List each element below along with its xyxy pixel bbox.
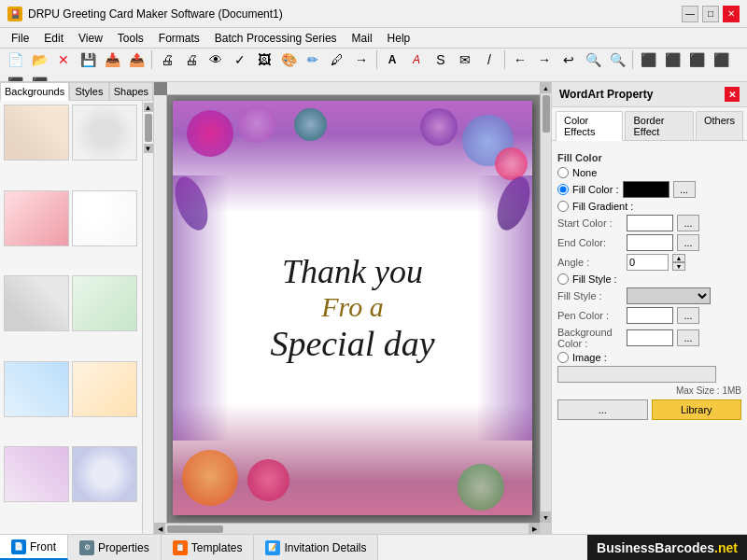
menu-view[interactable]: View [71,30,110,47]
bg-color-swatch[interactable] [627,329,673,346]
tb-extra1[interactable]: ⬛ [637,49,659,71]
scroll-up-arrow[interactable]: ▲ [144,103,153,112]
tb-extra5[interactable]: ⬛ [4,73,26,82]
tb-check[interactable]: ✓ [229,49,251,71]
tb-wordart[interactable]: A [405,49,428,71]
tb-color[interactable]: 🎨 [277,49,300,71]
list-item[interactable] [4,275,69,331]
start-color-browse-button[interactable]: ... [677,215,699,231]
menu-formats[interactable]: Formats [151,30,207,47]
none-radio[interactable] [557,167,569,178]
tb-image[interactable]: 🖼 [253,49,275,71]
fill-style-select[interactable] [627,287,711,304]
tb-back[interactable]: ← [509,49,531,71]
tb-open[interactable]: 📂 [28,49,50,71]
menu-tools[interactable]: Tools [110,30,151,47]
list-item[interactable] [4,190,69,246]
list-item[interactable] [72,190,137,246]
tab-front[interactable]: 📄 Front [0,535,68,560]
tb-zoom-in[interactable]: 🔍 [582,49,604,71]
left-scrollbar[interactable]: ▲ ▼ [142,101,153,534]
tab-invitation-details[interactable]: 📝 Invitation Details [254,535,378,560]
tb-new[interactable]: 📄 [4,49,26,71]
scroll-down-arrow[interactable]: ▼ [144,144,153,153]
maximize-button[interactable]: □ [702,6,719,22]
vscroll-up[interactable]: ▲ [541,82,552,93]
tb-extra3[interactable]: ⬛ [685,49,708,71]
image-radio[interactable] [557,352,569,363]
tb-forward[interactable]: → [533,49,556,71]
fill-gradient-radio[interactable] [557,201,569,212]
tb-zoom-out[interactable]: 🔍 [606,49,628,71]
hscroll-thumb[interactable] [167,525,223,533]
list-item[interactable] [72,446,137,502]
pen-color-browse-button[interactable]: ... [677,307,699,324]
close-button[interactable]: ✕ [723,6,740,22]
tb-print[interactable]: 🖨 [156,49,178,71]
tb-print2[interactable]: 🖨 [180,49,203,71]
menu-mail[interactable]: Mail [345,30,380,47]
tb-save3[interactable]: 📤 [125,49,148,71]
tb-arrow[interactable]: → [350,49,373,71]
angle-spinner: ▲ ▼ [672,254,685,271]
list-item[interactable] [4,105,69,161]
list-item[interactable] [72,105,137,161]
scroll-thumb[interactable] [145,114,152,142]
tab-properties[interactable]: ⚙ Properties [68,535,162,560]
list-item[interactable] [72,361,137,417]
library-button[interactable]: Library [652,399,742,420]
angle-spin-up[interactable]: ▲ [672,254,685,262]
tb-extra6[interactable]: ⬛ [28,73,50,82]
tb-line[interactable]: / [478,49,500,71]
tab-styles[interactable]: Styles [69,82,108,100]
hscroll-left[interactable]: ◀ [154,524,165,535]
tb-pencil[interactable]: ✏ [302,49,324,71]
titlebar-controls[interactable]: — □ ✕ [682,6,740,22]
vscroll-down[interactable]: ▼ [541,511,552,523]
tb-extra2[interactable]: ⬛ [661,49,684,71]
angle-input[interactable]: 0 [627,254,669,271]
tab-border-effect[interactable]: Border Effect [625,111,694,140]
list-item[interactable] [4,361,69,417]
canvas-vscroll[interactable]: ▲ ▼ [540,82,551,523]
menu-edit[interactable]: Edit [36,30,71,47]
bg-color-browse-button[interactable]: ... [677,329,699,346]
vscroll-thumb[interactable] [543,95,550,133]
list-item[interactable] [72,275,137,331]
menu-help[interactable]: Help [380,30,418,47]
tb-pen[interactable]: 🖊 [326,49,348,71]
panel-close-button[interactable]: ✕ [725,87,740,102]
fill-color-browse-button[interactable]: ... [673,181,696,198]
tab-backgrounds[interactable]: Backgrounds [0,82,69,101]
minimize-button[interactable]: — [682,6,698,22]
end-color-swatch [627,234,673,251]
fill-style-radio[interactable] [557,273,569,285]
tb-close-red[interactable]: ✕ [52,49,75,71]
tab-shapes[interactable]: Shapes [109,82,153,100]
list-item[interactable] [4,446,69,502]
canvas-area[interactable]: ▲ ▼ ◀ ▶ [154,82,551,534]
tb-undo[interactable]: ↩ [557,49,580,71]
menu-file[interactable]: File [4,30,36,47]
end-color-browse-button[interactable]: ... [677,234,699,251]
tab-templates[interactable]: 📋 Templates [162,535,255,560]
canvas-hscroll[interactable]: ◀ ▶ [154,523,540,534]
image-action-button[interactable]: ... [557,399,648,420]
hscroll-right[interactable]: ▶ [529,524,540,535]
tb-shape[interactable]: S [430,49,452,71]
fill-color-swatch[interactable] [623,181,669,198]
tb-text[interactable]: A [381,49,403,71]
tb-extra4[interactable]: ⬛ [710,49,732,71]
menu-batch-processing[interactable]: Batch Processing Series [207,30,345,47]
tb-email[interactable]: ✉ [454,49,476,71]
angle-spin-down[interactable]: ▼ [672,262,685,271]
tb-save2[interactable]: 📥 [101,49,123,71]
pen-color-swatch[interactable] [627,307,673,324]
tb-preview[interactable]: 👁 [204,49,227,71]
image-radio-row: Image : [557,352,741,363]
tab-others[interactable]: Others [696,111,743,140]
tab-color-effects[interactable]: Color Effects [556,111,623,141]
fill-color-radio[interactable] [557,184,569,195]
image-path-input[interactable] [557,366,716,383]
tb-save[interactable]: 💾 [77,49,99,71]
